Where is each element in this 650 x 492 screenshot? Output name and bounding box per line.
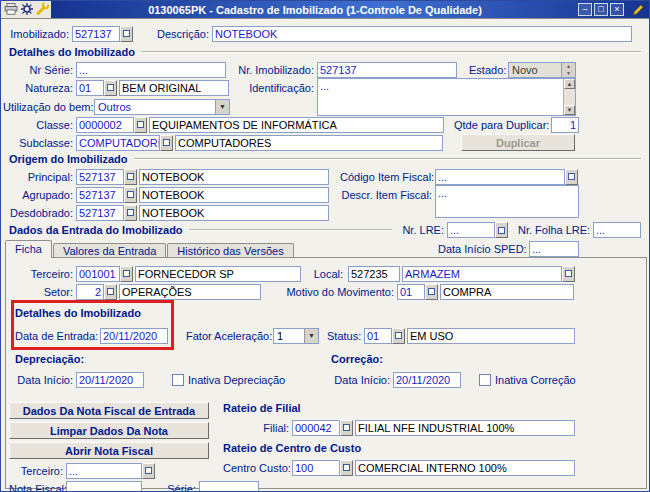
centro-custo-row: Centro Custo: 100 COMERCIAL INTERNO 100% [223, 459, 575, 476]
imobilizado-label: Imobilizado: [9, 28, 69, 40]
imobilizado-field[interactable]: 527137 [72, 26, 120, 42]
local-desc-field[interactable]: ARMAZEM [402, 266, 562, 282]
imobilizado-lookup-button[interactable] [120, 26, 133, 42]
wrench-icon[interactable] [36, 2, 49, 17]
nr-imobilizado-field[interactable]: 527137 [317, 62, 457, 78]
qtde-duplicar-field[interactable]: 1 [551, 117, 579, 133]
nr-folha-lre-field[interactable]: ... [593, 222, 641, 238]
descricao-field[interactable]: NOTEBOOK [212, 26, 632, 42]
nota-fiscal-row: Nota Fiscal: ... Série: ... [9, 480, 259, 492]
maximize-button[interactable]: □ [594, 3, 608, 16]
subclasse-field[interactable]: COMPUTADORES [76, 135, 160, 151]
cod-item-fiscal-lookup-button[interactable] [565, 169, 578, 185]
terceiro-nf-field[interactable]: ... [66, 463, 142, 479]
data-entrada-field[interactable]: 20/11/2020 [100, 328, 168, 344]
terceiro-desc-field: FORNECEDOR SP [135, 266, 301, 282]
filial-lookup-button[interactable] [340, 420, 353, 436]
chevron-down-icon[interactable]: ▼ [304, 329, 318, 343]
toolbar-icons [1, 1, 51, 18]
scroll-down-icon[interactable]: ▼ [564, 105, 575, 115]
natureza-lookup-button[interactable] [104, 80, 117, 96]
cor-data-inicio-field[interactable]: 20/11/2020 [393, 372, 461, 388]
window-title: 0130065PK - Cadastro de Imobilizado (1-C… [51, 4, 579, 16]
minimize-button[interactable]: – [578, 3, 592, 16]
data-entrada-label: Data de Entrada: [15, 330, 97, 342]
limpar-dados-nota-button[interactable]: Limpar Dados Da Nota [9, 422, 209, 439]
status-lookup-button[interactable] [392, 328, 405, 344]
memo-scrollbar[interactable]: ▲▼ [563, 79, 575, 115]
local-field[interactable]: 527235 [348, 266, 400, 282]
nr-serie-label: Nr Série: [9, 64, 73, 76]
detalhes-group-title: Detalhes do Imobilizado [9, 46, 135, 58]
tab-historico-das-versoes[interactable]: Histórico das Versões [167, 243, 293, 258]
group-divider-line [189, 229, 392, 231]
data-inicio-sped-field[interactable]: ... [529, 241, 579, 257]
close-button[interactable]: × [610, 3, 624, 16]
printer-icon[interactable] [4, 3, 18, 17]
terceiro-nf-label: Terceiro: [15, 465, 63, 477]
edit-pencil-icon[interactable] [630, 3, 646, 17]
nr-imobilizado-label: Nr. Imobilizado: [238, 64, 314, 76]
data-entrada-row: Data de Entrada: 20/11/2020 Fator Aceler… [15, 327, 575, 344]
classe-lookup-button[interactable] [134, 117, 147, 133]
setor-field[interactable]: 2 [76, 284, 104, 300]
lookup-icon [123, 270, 130, 277]
desdobrado-field[interactable]: 527137 [76, 205, 124, 221]
terceiro-row: Terceiro: 001001 FORNECEDOR SP Local: 52… [11, 265, 575, 282]
local-lookup-button[interactable] [562, 266, 575, 282]
estado-combo[interactable]: Novo ▲▼ [508, 62, 576, 78]
nr-serie-field[interactable]: ... [76, 62, 226, 78]
subclasse-row: Subclasse: COMPUTADORES COMPUTADORES [9, 134, 443, 151]
agrupado-field[interactable]: 527137 [76, 187, 124, 203]
estado-spinner-icon[interactable]: ▲▼ [561, 63, 575, 77]
setor-row: Setor: 2 OPERAÇÕES Motivo do Movimento: … [11, 283, 574, 300]
status-field[interactable]: 01 [364, 328, 392, 344]
chevron-down-icon[interactable]: ▼ [215, 100, 229, 114]
principal-desc-field: NOTEBOOK [139, 169, 329, 185]
scroll-up-icon[interactable]: ▲ [564, 79, 575, 89]
motivo-movimento-field[interactable]: 01 [397, 284, 425, 300]
fator-aceleracao-combo[interactable]: 1 ▼ [273, 328, 319, 344]
inativa-depreciacao-checkbox[interactable] [172, 374, 184, 386]
motivo-lookup-button[interactable] [425, 284, 438, 300]
lookup-icon [565, 270, 572, 277]
terceiro-lookup-button[interactable] [120, 266, 133, 282]
setor-lookup-button[interactable] [104, 284, 117, 300]
settings-wheel-icon[interactable] [21, 3, 33, 17]
correcao-title: Correção: [331, 353, 383, 365]
principal-lookup-button[interactable] [124, 169, 137, 185]
dados-nota-fiscal-button[interactable]: Dados Da Nota Fiscal de Entrada [9, 402, 209, 419]
nr-lre-field[interactable]: ... [447, 222, 495, 238]
tab-ficha[interactable]: Ficha [5, 240, 52, 258]
cod-item-fiscal-field[interactable]: ... [435, 169, 565, 185]
terceiro-nf-lookup-button[interactable] [142, 463, 155, 479]
status-label: Status: [327, 330, 361, 342]
abrir-nota-fiscal-button[interactable]: Abrir Nota Fiscal [9, 442, 209, 459]
tab-valores-da-entrada[interactable]: Valores da Entrada [53, 243, 166, 258]
natureza-field[interactable]: 01 [76, 80, 104, 96]
centro-custo-desc-field: COMERCIAL INTERNO 100% [355, 460, 575, 476]
inativa-correcao-checkbox[interactable] [479, 374, 491, 386]
dep-data-inicio-field[interactable]: 20/11/2020 [76, 372, 144, 388]
serie-field[interactable]: ... [199, 481, 259, 492]
filial-field[interactable]: 000042 [292, 420, 340, 436]
centro-custo-field[interactable]: 100 [292, 460, 340, 476]
classe-label: Classe: [9, 119, 73, 131]
duplicar-button[interactable]: Duplicar [461, 134, 575, 151]
principal-row: Principal: 527137 NOTEBOOK Código Item F… [9, 168, 578, 185]
filial-row: Filial: 000042 FILIAL NFE INDUSTRIAL 100… [257, 419, 575, 436]
data-inicio-row: Data Início: 20/11/2020 Inativa Deprecia… [15, 371, 576, 388]
desdobrado-lookup-button[interactable] [124, 205, 137, 221]
identificacao-memo[interactable]: ... ▲▼ [317, 78, 576, 116]
inativa-correcao-label: Inativa Correção [495, 374, 576, 386]
terceiro-field[interactable]: 001001 [76, 266, 120, 282]
nota-fiscal-field[interactable]: ... [66, 481, 142, 492]
nr-lre-lookup-button[interactable] [495, 222, 508, 238]
classe-field[interactable]: 0000002 [76, 117, 134, 133]
agrupado-lookup-button[interactable] [124, 187, 137, 203]
utilizacao-combo[interactable]: Outros ▼ [94, 99, 230, 115]
centro-custo-lookup-button[interactable] [340, 460, 353, 476]
subclasse-lookup-button[interactable] [160, 135, 173, 151]
principal-field[interactable]: 527137 [76, 169, 124, 185]
descr-item-fiscal-memo[interactable]: ... [435, 185, 579, 218]
